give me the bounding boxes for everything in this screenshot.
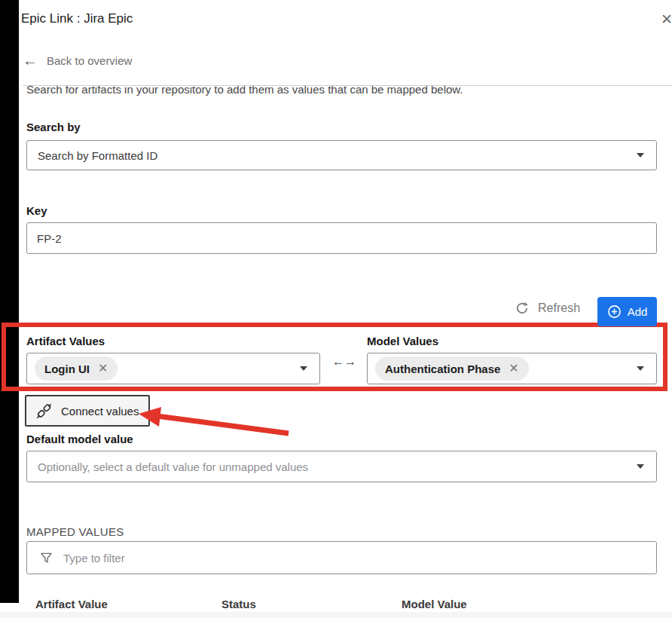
back-arrow-icon: ←: [23, 53, 38, 68]
artifact-values-label: Artifact Values: [26, 335, 105, 347]
artifact-tag-label: Login UI: [44, 363, 90, 375]
mapped-values-section-label: MAPPED VALUES: [26, 525, 124, 538]
connect-values-label: Connect values: [61, 405, 139, 418]
artifact-value-tag: Login UI ✕: [35, 356, 118, 381]
back-to-overview-link[interactable]: ← Back to overview: [23, 53, 132, 68]
caret-down-icon: [637, 366, 644, 371]
dialog-title: Epic Link : Jira Epic: [21, 11, 133, 26]
add-plus-icon: [607, 304, 622, 319]
filter-funnel-icon: [39, 551, 53, 565]
default-model-value-label: Default model value: [26, 433, 133, 445]
key-label: Key: [26, 204, 47, 217]
model-values-label: Model Values: [367, 335, 438, 347]
column-header-status: Status: [221, 598, 256, 610]
column-header-artifact-value: Artifact Value: [35, 598, 108, 610]
add-button-label: Add: [628, 305, 648, 318]
search-by-dropdown[interactable]: Search by Formatted ID: [26, 140, 657, 170]
connect-plug-icon: [35, 402, 53, 420]
search-by-label: Search by: [26, 121, 81, 133]
refresh-button[interactable]: Refresh: [515, 301, 580, 316]
filter-input[interactable]: [63, 542, 656, 574]
caret-down-icon: [300, 366, 307, 371]
description-text: Search for artifacts in your repository …: [26, 86, 652, 97]
refresh-icon: [515, 301, 530, 316]
remove-tag-icon[interactable]: ✕: [98, 363, 108, 375]
refresh-label: Refresh: [538, 301, 580, 315]
model-values-dropdown[interactable]: Authentication Phase ✕: [367, 353, 657, 384]
caret-down-icon: [637, 464, 644, 469]
connect-values-button[interactable]: Connect values: [25, 395, 150, 427]
close-icon[interactable]: ✕: [661, 11, 672, 29]
key-input[interactable]: [26, 222, 657, 254]
back-link-label: Back to overview: [47, 54, 132, 67]
remove-tag-icon[interactable]: ✕: [509, 363, 518, 375]
model-value-tag: Authentication Phase ✕: [375, 356, 529, 381]
search-by-selected-value: Search by Formatted ID: [27, 149, 157, 162]
swap-arrows-icon: ←→: [332, 355, 356, 369]
header-divider: [23, 85, 672, 86]
caret-down-icon: [637, 153, 644, 158]
column-header-model-value: Model Value: [402, 598, 467, 610]
artifact-values-dropdown[interactable]: Login UI ✕: [26, 353, 320, 384]
default-model-value-dropdown[interactable]: Optionally, select a default value for u…: [26, 451, 657, 482]
left-edge-bar: [0, 0, 19, 603]
mapped-values-filter[interactable]: [26, 541, 657, 574]
table-row-band: [0, 612, 672, 618]
model-tag-label: Authentication Phase: [385, 363, 500, 375]
add-button[interactable]: Add: [597, 297, 657, 326]
default-value-placeholder: Optionally, select a default value for u…: [27, 460, 308, 473]
